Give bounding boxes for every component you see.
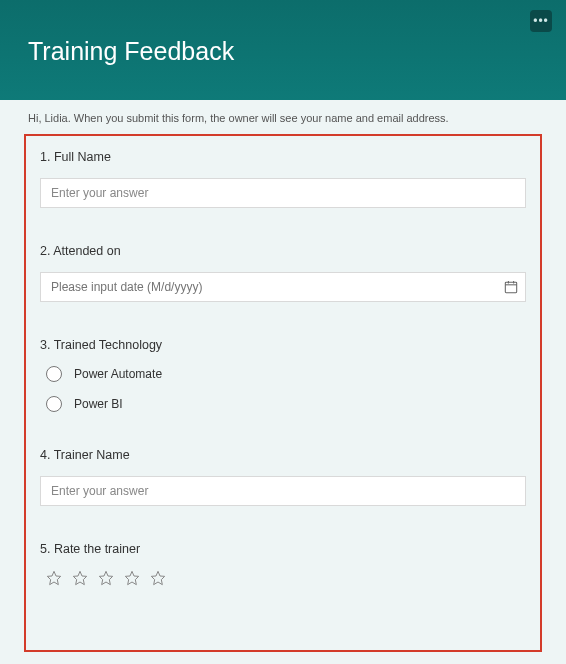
radio-label: Power BI [74,397,123,411]
question-label: 2. Attended on [40,244,526,258]
svg-rect-0 [505,282,516,293]
question-full-name: 1. Full Name [40,150,526,208]
full-name-input[interactable] [40,178,526,208]
question-trained-technology: 3. Trained Technology Power Automate Pow… [40,338,526,412]
star-icon[interactable] [150,570,166,586]
form-body: 1. Full Name 2. Attended on 3. Trained T… [24,134,542,652]
star-icon[interactable] [46,570,62,586]
form-header: ••• Training Feedback [0,0,566,100]
more-icon: ••• [533,15,549,27]
radio-icon [46,396,62,412]
question-label: 4. Trainer Name [40,448,526,462]
question-attended-on: 2. Attended on [40,244,526,302]
star-icon[interactable] [124,570,140,586]
trainer-name-input[interactable] [40,476,526,506]
privacy-notice: Hi, Lidia. When you submit this form, th… [0,100,566,134]
calendar-icon[interactable] [504,280,518,294]
star-icon[interactable] [98,570,114,586]
radio-option-power-bi[interactable]: Power BI [46,396,526,412]
radio-label: Power Automate [74,367,162,381]
svg-marker-4 [47,571,60,584]
svg-marker-6 [99,571,112,584]
question-rate-trainer: 5. Rate the trainer [40,542,526,586]
radio-option-power-automate[interactable]: Power Automate [46,366,526,382]
attended-on-input[interactable] [40,272,526,302]
date-field-wrap [40,272,526,302]
svg-marker-5 [73,571,86,584]
question-label: 5. Rate the trainer [40,542,526,556]
question-label: 3. Trained Technology [40,338,526,352]
form-title: Training Feedback [28,37,234,66]
more-options-button[interactable]: ••• [530,10,552,32]
svg-marker-8 [151,571,164,584]
svg-marker-7 [125,571,138,584]
rating-stars [46,570,526,586]
question-trainer-name: 4. Trainer Name [40,448,526,506]
radio-icon [46,366,62,382]
star-icon[interactable] [72,570,88,586]
question-label: 1. Full Name [40,150,526,164]
